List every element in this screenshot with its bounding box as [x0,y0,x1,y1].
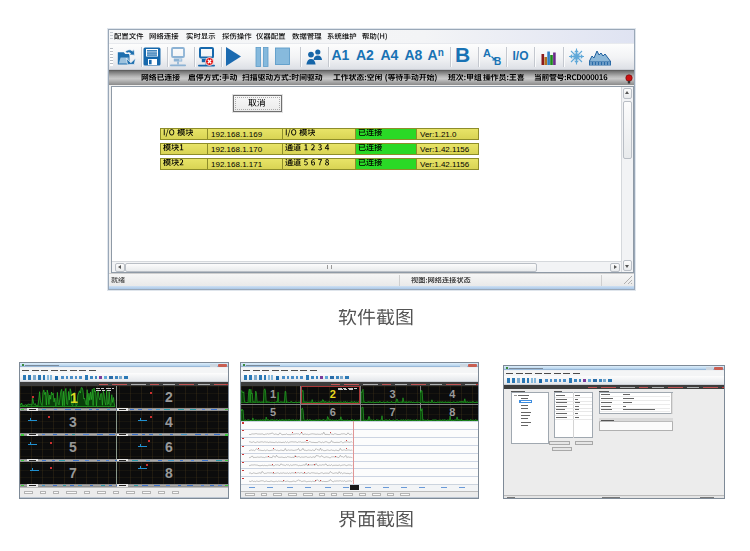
svg-text:A: A [483,48,491,59]
